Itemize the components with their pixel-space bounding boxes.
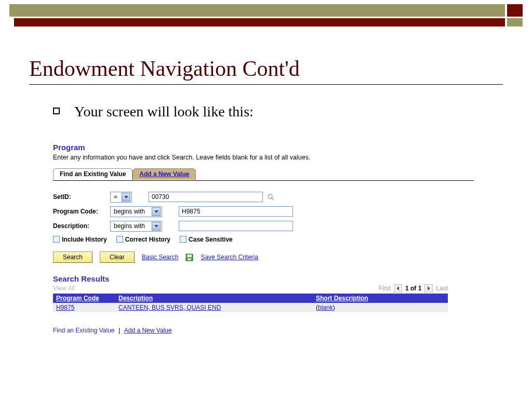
program-code-input[interactable] [179, 206, 293, 217]
case-sensitive-checkbox[interactable]: Case Sensitive [180, 236, 233, 243]
save-search-criteria-link[interactable]: Save Search Criteria [201, 254, 258, 261]
correct-history-checkbox[interactable]: Correct History [116, 236, 170, 243]
peoplesoft-screenshot: Program Enter any information you have a… [53, 143, 503, 334]
basic-search-link[interactable]: Basic Search [142, 254, 179, 261]
decorative-header-band [0, 0, 532, 27]
program-code-label: Program Code: [53, 208, 110, 215]
add-new-value-link[interactable]: Add a New Value [124, 327, 172, 334]
search-form: SetID: = Program Code: begins with Descr… [53, 190, 503, 263]
results-table: Program Code Description Short Descripti… [53, 294, 448, 312]
separator: | [118, 327, 120, 334]
bottom-tab-links: Find an Existing Value | Add a New Value [53, 327, 503, 334]
lookup-icon[interactable] [267, 193, 274, 201]
chevron-down-icon [152, 222, 161, 231]
save-icon [185, 254, 193, 261]
program-code-operator-select[interactable]: begins with [110, 206, 162, 217]
pager-position: 1 of 1 [405, 285, 421, 292]
search-instruction: Enter any information you have and click… [53, 154, 503, 161]
component-heading: Program [53, 143, 503, 152]
result-program-code-link[interactable]: H9875 [56, 304, 74, 311]
setid-label: SetID: [53, 193, 110, 201]
col-description[interactable]: Description [115, 294, 313, 303]
svg-rect-4 [188, 258, 191, 260]
search-results-heading: Search Results [53, 274, 503, 283]
table-header-row: Program Code Description Short Descripti… [53, 294, 448, 303]
include-history-checkbox[interactable]: Include History [53, 236, 107, 243]
tabs: Find an Existing ValueAdd a New Value [53, 168, 503, 181]
description-operator-select[interactable]: begins with [110, 221, 162, 232]
col-short-description[interactable]: Short Description [313, 294, 448, 303]
svg-rect-3 [187, 255, 192, 257]
pager-prev-icon[interactable] [394, 284, 402, 292]
bullet-text: Your screen will look like this: [74, 103, 254, 120]
svg-point-0 [268, 194, 272, 198]
slide-title: Endowment Navigation Cont'd [29, 56, 503, 81]
table-row: H9875 CANTEEN, BUS SVRS, QUASI END (blan… [53, 303, 448, 312]
results-pager: First 1 of 1 Last [379, 284, 448, 292]
tab-add-new[interactable]: Add a New Value [132, 168, 196, 180]
view-all-link[interactable]: View All [53, 285, 75, 292]
find-existing-value-link[interactable]: Find an Existing Value [53, 327, 115, 334]
result-description-link[interactable]: CANTEEN, BUS SVRS, QUASI END [118, 304, 221, 311]
bullet-item: Your screen will look like this: [53, 103, 503, 120]
col-program-code[interactable]: Program Code [53, 294, 115, 303]
tab-find-existing[interactable]: Find an Existing Value [53, 168, 132, 180]
title-underline [29, 84, 503, 85]
pager-last[interactable]: Last [436, 285, 448, 292]
clear-button[interactable]: Clear [100, 251, 135, 263]
description-label: Description: [53, 222, 110, 230]
chevron-down-icon [152, 207, 161, 216]
description-input[interactable] [179, 221, 293, 231]
chevron-down-icon [122, 193, 130, 202]
pager-next-icon[interactable] [424, 284, 433, 292]
svg-line-1 [272, 198, 274, 200]
result-short-description: (blank) [313, 303, 448, 312]
search-button[interactable]: Search [53, 251, 92, 263]
setid-operator-select[interactable]: = [110, 192, 132, 203]
pager-first[interactable]: First [379, 285, 391, 292]
square-bullet-icon [53, 108, 60, 114]
result-blank-link[interactable]: blank [318, 304, 333, 311]
setid-input[interactable] [149, 192, 263, 202]
